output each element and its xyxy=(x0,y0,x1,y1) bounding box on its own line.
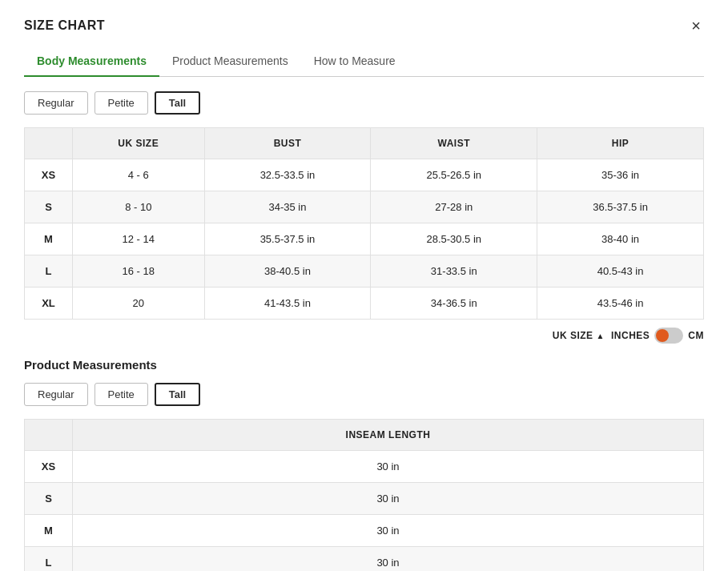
size-label: XS xyxy=(25,451,73,483)
uk-size-value: 4 - 6 xyxy=(73,159,205,191)
cm-label: CM xyxy=(688,330,704,341)
product-measurements-section: Product Measurements Regular Petite Tall… xyxy=(24,358,704,571)
uk-size-value: 20 xyxy=(73,288,205,320)
product-measurements-table: INSEAM LENGTH XS 30 in S 30 in M 30 in L… xyxy=(24,419,704,571)
uk-size-value: 8 - 10 xyxy=(73,191,205,223)
modal-header: SIZE CHART × xyxy=(24,16,704,35)
unit-toggle-row: UK SIZE ▲ INCHES CM xyxy=(24,328,704,344)
table-row: L 30 in xyxy=(25,547,704,572)
tab-body-measurements[interactable]: Body Measurements xyxy=(24,46,159,77)
product-measurements-title: Product Measurements xyxy=(24,358,704,372)
size-label: M xyxy=(25,223,73,255)
hip-value: 43.5-46 in xyxy=(537,288,704,320)
size-label: S xyxy=(25,483,73,515)
col-header-uk-size: UK SIZE xyxy=(73,128,205,159)
table-row: XL 20 41-43.5 in 34-36.5 in 43.5-46 in xyxy=(25,288,704,320)
table-row: L 16 - 18 38-40.5 in 31-33.5 in 40.5-43 … xyxy=(25,255,704,288)
waist-value: 27-28 in xyxy=(371,191,537,223)
col-header-bust: BUST xyxy=(204,128,371,159)
table-row: XS 4 - 6 32.5-33.5 in 25.5-26.5 in 35-36… xyxy=(25,159,704,191)
sort-arrow-icon: ▲ xyxy=(597,332,605,340)
col-header-hip: HIP xyxy=(537,128,704,159)
table-row: M 12 - 14 35.5-37.5 in 28.5-30.5 in 38-4… xyxy=(25,223,704,255)
uk-size-value: 16 - 18 xyxy=(73,255,205,288)
table-row: S 30 in xyxy=(25,483,704,515)
bust-value: 35.5-37.5 in xyxy=(204,223,371,255)
waist-value: 34-36.5 in xyxy=(371,288,537,320)
waist-value: 25.5-26.5 in xyxy=(371,159,537,191)
product-filter-tall[interactable]: Tall xyxy=(155,383,200,406)
size-label: S xyxy=(25,191,73,223)
hip-value: 36.5-37.5 in xyxy=(537,191,704,223)
waist-value: 28.5-30.5 in xyxy=(371,223,537,255)
inseam-value: 30 in xyxy=(73,483,704,515)
filter-tall[interactable]: Tall xyxy=(155,91,200,115)
filter-regular[interactable]: Regular xyxy=(24,91,88,115)
col-header-waist: WAIST xyxy=(371,128,537,159)
waist-value: 31-33.5 in xyxy=(371,255,537,288)
size-label: L xyxy=(25,547,73,572)
bust-value: 41-43.5 in xyxy=(204,288,371,320)
uk-size-sort-label: UK SIZE xyxy=(553,330,593,341)
hip-value: 38-40 in xyxy=(537,223,704,255)
size-label: L xyxy=(25,255,73,288)
filter-petite[interactable]: Petite xyxy=(95,91,148,115)
product-filter-regular[interactable]: Regular xyxy=(24,383,88,406)
body-measurements-table: UK SIZE BUST WAIST HIP XS 4 - 6 32.5-33.… xyxy=(24,127,704,320)
product-col-size xyxy=(25,420,73,451)
inseam-value: 30 in xyxy=(73,515,704,547)
uk-size-sort[interactable]: UK SIZE ▲ xyxy=(553,330,605,341)
close-button[interactable]: × xyxy=(688,16,704,35)
product-filter-petite[interactable]: Petite xyxy=(95,383,148,406)
inseam-value: 30 in xyxy=(73,547,704,572)
size-chart-modal: SIZE CHART × Body Measurements Product M… xyxy=(0,0,728,571)
inseam-value: 30 in xyxy=(73,451,704,483)
inches-label: INCHES xyxy=(611,330,650,341)
unit-toggle-switch[interactable] xyxy=(654,328,683,344)
body-measurements-section: Regular Petite Tall UK SIZE BUST WAIST H… xyxy=(24,91,704,344)
tab-bar: Body Measurements Product Measurements H… xyxy=(24,46,704,77)
size-label: M xyxy=(25,515,73,547)
tab-how-to-measure[interactable]: How to Measure xyxy=(301,46,408,77)
bust-value: 34-35 in xyxy=(204,191,371,223)
table-row: M 30 in xyxy=(25,515,704,547)
col-header-size xyxy=(25,128,73,159)
unit-toggle-container: INCHES CM xyxy=(611,328,704,344)
table-row: S 8 - 10 34-35 in 27-28 in 36.5-37.5 in xyxy=(25,191,704,223)
modal-title: SIZE CHART xyxy=(24,18,105,33)
bust-value: 32.5-33.5 in xyxy=(204,159,371,191)
size-label: XL xyxy=(25,288,73,320)
product-col-inseam: INSEAM LENGTH xyxy=(73,420,704,451)
tab-product-measurements[interactable]: Product Measurements xyxy=(159,46,301,77)
bust-value: 38-40.5 in xyxy=(204,255,371,288)
product-filter-group: Regular Petite Tall xyxy=(24,383,704,406)
table-row: XS 30 in xyxy=(25,451,704,483)
hip-value: 40.5-43 in xyxy=(537,255,704,288)
size-label: XS xyxy=(25,159,73,191)
uk-size-value: 12 - 14 xyxy=(73,223,205,255)
toggle-knob xyxy=(656,329,669,342)
hip-value: 35-36 in xyxy=(537,159,704,191)
body-filter-group: Regular Petite Tall xyxy=(24,91,704,115)
